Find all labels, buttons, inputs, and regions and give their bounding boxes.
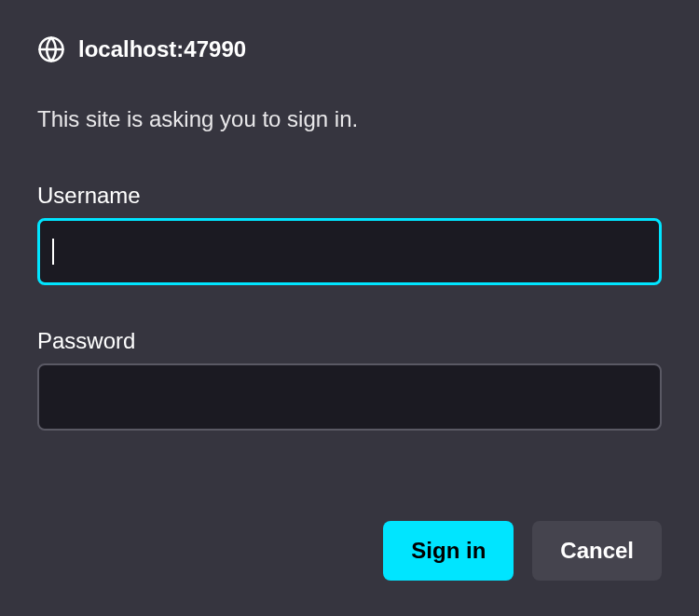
host-text: localhost:47990 [78, 36, 246, 62]
signin-prompt: This site is asking you to sign in. [37, 106, 662, 132]
username-label: Username [37, 183, 662, 209]
button-row: Sign in Cancel [37, 521, 662, 581]
signin-button[interactable]: Sign in [383, 521, 514, 581]
username-input[interactable] [37, 218, 662, 285]
password-label: Password [37, 328, 662, 354]
password-field-group: Password [37, 328, 662, 431]
password-input[interactable] [37, 363, 662, 431]
auth-dialog: localhost:47990 This site is asking you … [0, 0, 699, 616]
username-field-group: Username [37, 183, 662, 285]
globe-icon [37, 35, 65, 63]
host-row: localhost:47990 [37, 35, 662, 63]
cancel-button[interactable]: Cancel [532, 521, 662, 581]
